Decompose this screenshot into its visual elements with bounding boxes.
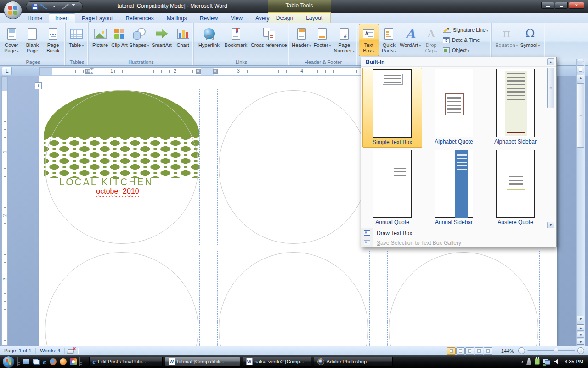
cross-reference-button[interactable]: Cross-reference [249, 24, 288, 56]
ruler-toggle-button[interactable] [577, 65, 584, 73]
table-column-marker[interactable] [85, 69, 90, 74]
gallery-item-alphabet-sidebar[interactable]: Alphabet Sidebar [486, 68, 545, 148]
gallery-item-simple-text-box[interactable]: Simple Text Box [362, 68, 422, 148]
cross-reference-icon [262, 28, 275, 40]
start-button[interactable] [2, 356, 15, 368]
switch-windows-icon[interactable] [33, 359, 40, 365]
table-button[interactable]: Table [66, 24, 87, 56]
label-cell-empty[interactable] [217, 251, 370, 346]
network-icon[interactable] [543, 359, 550, 365]
wordart-button[interactable]: A WordArt [399, 24, 421, 56]
blank-page-button[interactable]: Blank Page [22, 24, 43, 56]
picture-button[interactable]: Picture [90, 24, 110, 56]
signature-line-button[interactable]: Signature Line [441, 25, 490, 35]
header-button[interactable]: Header [291, 24, 312, 56]
label-cell-empty[interactable] [217, 89, 370, 245]
label-cell-design[interactable]: LOCAL KITCHEN october 2010 [44, 89, 200, 245]
picasa-icon[interactable] [70, 358, 77, 365]
hyperlink-button[interactable]: Hyperlink [196, 24, 222, 56]
draw-text-box-menu-item[interactable]: Draw Text Box [361, 228, 556, 238]
web-layout-view-button[interactable] [465, 347, 474, 355]
tab-page-layout[interactable]: Page Layout [75, 13, 119, 23]
text-box-button[interactable]: Text Box [359, 24, 379, 56]
chart-button[interactable]: Chart [174, 24, 192, 56]
tab-home[interactable]: Home [21, 13, 49, 23]
tray-chevron-icon[interactable]: ‹ [521, 358, 523, 365]
symbol-button[interactable]: Ω Symbol [519, 24, 541, 56]
previous-page-button[interactable]: ▲ [577, 324, 584, 331]
next-page-button[interactable]: ▼ [577, 339, 584, 345]
gallery-item-alphabet-quote[interactable]: Alphabet Quote [424, 68, 484, 148]
quick-parts-button[interactable]: Quick Parts [379, 24, 400, 56]
bookmark-button[interactable]: Bookmark [222, 24, 250, 56]
power-plug-icon[interactable] [535, 358, 540, 365]
tab-avery[interactable]: Avery [249, 13, 276, 23]
tab-review[interactable]: Review [193, 13, 224, 23]
footer-button[interactable]: Footer [312, 24, 333, 56]
clip-art-button[interactable]: Clip Art [110, 24, 129, 56]
shapes-button[interactable]: Shapes [129, 24, 150, 56]
firefox-icon[interactable] [50, 358, 57, 365]
customize-qat-button[interactable] [69, 2, 78, 11]
zoom-out-button[interactable]: − [518, 347, 525, 354]
select-browse-object-button[interactable]: ● [577, 332, 584, 338]
gallery-item-austere-quote[interactable]: Austere Quote [486, 148, 545, 228]
split-handle[interactable]: — [577, 59, 584, 62]
minimize-button[interactable] [541, 2, 554, 9]
table-move-handle[interactable]: + [35, 82, 42, 89]
close-button[interactable]: × [569, 2, 584, 9]
app-icon-orange[interactable] [60, 358, 67, 365]
show-desktop-icon[interactable] [23, 359, 29, 364]
taskbar-button-edit-post[interactable]: e Edit Post ‹ local kitc... [89, 356, 163, 367]
tab-view[interactable]: View [224, 13, 249, 23]
tab-references[interactable]: References [119, 13, 160, 23]
tab-stop-selector[interactable]: L [2, 67, 12, 75]
gallery-item-label: Alphabet Sidebar [486, 138, 545, 145]
internet-explorer-icon[interactable]: e [43, 358, 46, 366]
page-break-button[interactable]: Page Break [43, 24, 63, 56]
hanging-indent-marker[interactable] [90, 70, 94, 74]
gallery-scroll-up-button[interactable]: ▲ [547, 58, 554, 65]
zoom-slider-thumb[interactable] [554, 348, 558, 353]
table-column-marker[interactable] [213, 69, 218, 74]
scroll-down-button[interactable]: ▼ [577, 316, 584, 322]
undo-button[interactable] [40, 2, 49, 11]
taskbar-button-tutorial[interactable]: W tutorial [Compatibili... [165, 356, 240, 367]
cover-page-button[interactable]: Cover Page [1, 24, 22, 56]
redo-button[interactable] [60, 2, 68, 11]
outline-view-button[interactable] [475, 347, 483, 355]
object-button[interactable]: Object [441, 45, 490, 55]
gallery-item-annual-sidebar[interactable]: Annual Sidebar [424, 148, 484, 228]
page-number-button[interactable]: Page Number [332, 24, 356, 56]
tab-insert[interactable]: Insert [49, 13, 75, 23]
gallery-scrollbar-thumb[interactable]: ≡ [547, 68, 554, 108]
tab-mailings[interactable]: Mailings [160, 13, 193, 23]
word-count[interactable]: Words: 4 [36, 346, 64, 355]
clock[interactable]: 3:35 PM [563, 359, 583, 364]
gallery-item-annual-quote[interactable]: Annual Quote [362, 148, 422, 228]
proofing-errors-icon[interactable] [68, 348, 75, 354]
undo-dropdown[interactable] [50, 2, 58, 11]
office-button[interactable] [4, 1, 22, 19]
label-cell-empty[interactable] [387, 251, 540, 346]
smartart-button[interactable]: SmartArt [150, 24, 174, 56]
date-time-button[interactable]: 5 Date & Time [441, 35, 490, 45]
device-icon[interactable] [526, 358, 531, 365]
zoom-slider-track[interactable] [527, 350, 575, 351]
page-indicator[interactable]: Page: 1 of 1 [0, 346, 35, 355]
save-button[interactable] [31, 2, 39, 11]
table-column-marker[interactable] [196, 69, 201, 74]
label-cell-empty[interactable] [44, 251, 200, 346]
scrollbar-thumb[interactable]: ≡ [577, 83, 584, 148]
volume-icon[interactable] [554, 359, 560, 364]
tab-layout[interactable]: Layout [300, 13, 329, 23]
full-screen-reading-view-button[interactable] [456, 347, 465, 355]
restore-button[interactable] [555, 2, 568, 9]
zoom-level[interactable]: 144% [501, 348, 514, 354]
scroll-up-button[interactable]: ▲ [577, 75, 584, 81]
taskbar-button-salsa-verde[interactable]: W salsa-verde2 [Comp... [243, 356, 311, 367]
taskbar-button-photoshop[interactable]: Adobe Photoshop [314, 356, 393, 367]
draft-view-button[interactable] [484, 347, 492, 355]
zoom-in-button[interactable]: + [577, 347, 584, 354]
print-layout-view-button[interactable] [447, 347, 456, 355]
